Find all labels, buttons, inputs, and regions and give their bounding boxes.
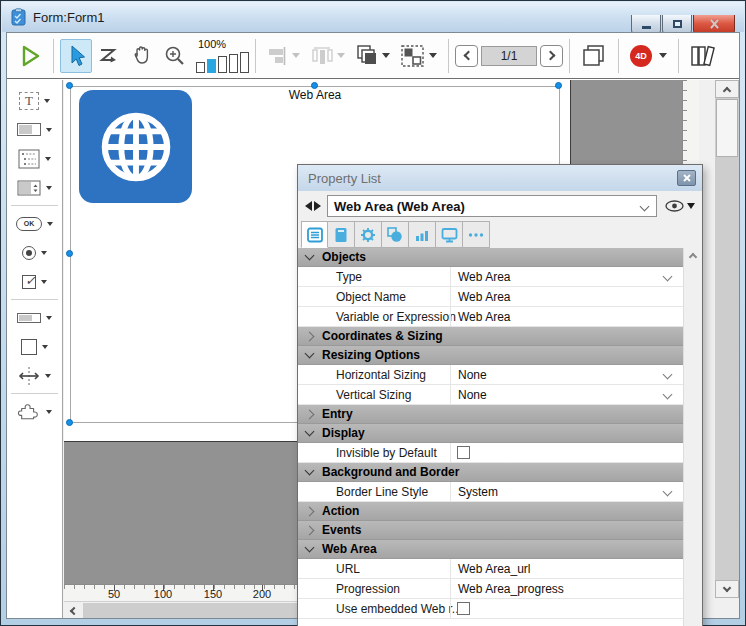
chevron-right-icon[interactable]	[305, 331, 315, 341]
zoom-bar-3[interactable]	[218, 56, 227, 73]
vertical-scrollbar[interactable]	[715, 80, 739, 598]
chevron-down-icon[interactable]	[663, 272, 673, 282]
chevron-down-icon[interactable]	[305, 466, 315, 476]
form-pages-button[interactable]	[576, 39, 612, 73]
selection-tool-button[interactable]	[60, 39, 92, 73]
property-value[interactable]: None	[458, 388, 487, 402]
execute-form-button[interactable]	[15, 39, 47, 73]
property-value[interactable]: Web Area	[458, 270, 510, 284]
tab-chart[interactable]	[409, 221, 436, 248]
chevron-down-icon[interactable]	[41, 280, 47, 284]
property-value[interactable]: None	[458, 368, 487, 382]
tab-display[interactable]	[436, 221, 463, 248]
pan-tool-button[interactable]	[126, 39, 158, 73]
property-value[interactable]: Web Area_progress	[458, 582, 564, 596]
vertical-scroll-thumb[interactable]	[716, 99, 738, 157]
chevron-down-icon[interactable]	[305, 349, 315, 359]
chevron-down-icon[interactable]	[42, 345, 48, 349]
section-header[interactable]: Entry	[298, 405, 683, 424]
sidebar-tool-plugin-area[interactable]	[7, 397, 62, 426]
sidebar-tool-progress-indicator[interactable]	[7, 303, 62, 332]
section-header[interactable]: Resizing Options	[298, 346, 683, 365]
tab-object[interactable]	[328, 221, 355, 248]
chevron-down-icon[interactable]	[46, 410, 52, 414]
next-page-button[interactable]	[540, 45, 563, 67]
sidebar-tool-button[interactable]: OK	[7, 209, 62, 238]
section-header[interactable]: Display	[298, 424, 683, 443]
zoom-tool-button[interactable]	[158, 39, 192, 73]
chevron-down-icon[interactable]	[305, 427, 315, 437]
section-header[interactable]: Objects	[298, 248, 683, 267]
chevron-down-icon[interactable]	[47, 222, 53, 226]
moving-button[interactable]	[395, 39, 442, 73]
zoom-bar-5[interactable]	[240, 52, 249, 73]
view-options[interactable]	[665, 200, 695, 212]
chevron-down-icon[interactable]	[663, 487, 673, 497]
chevron-right-icon[interactable]	[305, 525, 315, 535]
chevron-right-icon[interactable]	[305, 506, 315, 516]
tab-more[interactable]	[463, 221, 490, 248]
chevron-down-icon[interactable]	[46, 186, 52, 190]
zoom-bar-2-active[interactable]	[207, 59, 216, 73]
section-header[interactable]: Web Area	[298, 540, 683, 559]
chevron-down-icon[interactable]	[45, 374, 51, 378]
property-checkbox[interactable]	[457, 602, 470, 615]
object-selector-dropdown[interactable]: Web Area (Web Area)	[327, 195, 657, 217]
entry-order-tool-button[interactable]	[92, 39, 126, 73]
selection-handle[interactable]	[311, 82, 318, 89]
chevron-down-icon[interactable]	[45, 157, 51, 161]
chevron-down-icon[interactable]	[305, 543, 315, 553]
sidebar-tool-combo-box[interactable]	[7, 173, 62, 202]
tab-all-properties[interactable]	[301, 221, 328, 248]
next-object-icon[interactable]	[314, 201, 321, 211]
previous-object-icon[interactable]	[305, 201, 312, 211]
chevron-down-icon[interactable]	[305, 251, 315, 261]
chevron-down-icon[interactable]	[41, 251, 47, 255]
level-dropdown-arrow[interactable]	[382, 53, 390, 58]
chevron-up-icon[interactable]	[689, 253, 697, 261]
sidebar-tool-checkbox[interactable]: ✓	[7, 267, 62, 296]
zoom-bars[interactable]	[196, 52, 249, 73]
scroll-left-button[interactable]	[64, 602, 81, 618]
zoom-bar-4[interactable]	[229, 54, 238, 73]
property-list-close-button[interactable]	[677, 170, 696, 186]
chevron-down-icon[interactable]	[44, 99, 50, 103]
sidebar-tool-input[interactable]	[7, 115, 62, 144]
view-options-dropdown-arrow[interactable]	[687, 203, 695, 209]
selection-handle[interactable]	[66, 250, 73, 257]
section-header[interactable]: Events	[298, 521, 683, 540]
property-value[interactable]: Web Area	[458, 290, 510, 304]
property-checkbox[interactable]	[457, 446, 470, 459]
selection-handle[interactable]	[66, 82, 73, 89]
property-value[interactable]: Web Area	[458, 310, 510, 324]
sidebar-tool-text[interactable]: T	[7, 86, 62, 115]
moving-dropdown-arrow[interactable]	[429, 53, 437, 58]
section-header[interactable]: Background and Border	[298, 463, 683, 482]
sidebar-tool-splitter[interactable]	[7, 361, 62, 390]
tab-appearance[interactable]	[382, 221, 409, 248]
property-value[interactable]: System	[458, 485, 498, 499]
section-header[interactable]: Action	[298, 502, 683, 521]
section-header[interactable]: Coordinates & Sizing	[298, 327, 683, 346]
previous-page-button[interactable]	[455, 45, 478, 67]
library-button[interactable]	[685, 39, 723, 73]
insert-object-dropdown-arrow[interactable]	[659, 53, 667, 58]
scroll-down-button[interactable]	[715, 580, 739, 598]
chevron-down-icon[interactable]	[46, 316, 52, 320]
property-value[interactable]: Web Area_url	[458, 562, 531, 576]
selection-handle[interactable]	[66, 419, 73, 426]
chevron-down-icon[interactable]	[663, 390, 673, 400]
insert-4d-object-button[interactable]: 4D	[625, 39, 672, 73]
zoom-bar-1[interactable]	[196, 62, 205, 73]
level-button[interactable]	[350, 39, 395, 73]
chevron-down-icon[interactable]	[46, 128, 52, 132]
scroll-up-button[interactable]	[715, 80, 739, 98]
sidebar-tool-radio-button[interactable]	[7, 238, 62, 267]
sidebar-tool-rectangle[interactable]	[7, 332, 62, 361]
property-list-scrollbar[interactable]	[683, 248, 702, 626]
sidebar-tool-hierarchical-list[interactable]	[7, 144, 62, 173]
chevron-down-icon[interactable]	[663, 370, 673, 380]
tab-behavior[interactable]	[355, 221, 382, 248]
selection-handle[interactable]	[555, 82, 562, 89]
chevron-right-icon[interactable]	[305, 409, 315, 419]
